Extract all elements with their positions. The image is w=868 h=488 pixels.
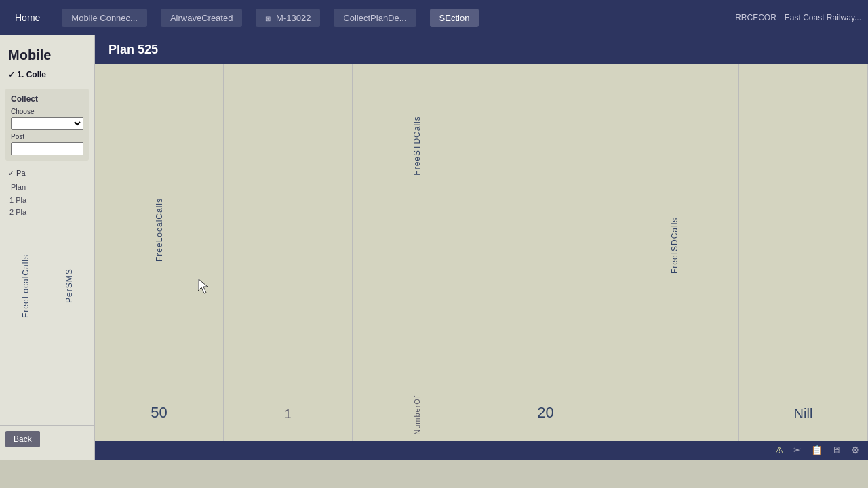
main-layout: Mobile ✓ 1. Colle Collect Choose Post ✓ … [0, 35, 868, 460]
post-input[interactable] [11, 142, 83, 155]
sidebar-bottom: Back [0, 425, 94, 453]
col2-value: 1 [284, 407, 291, 422]
sidebar-title: Mobile [0, 42, 94, 66]
col3-top-label: FreeSTDCalls [412, 69, 422, 222]
col-value-20: 20 [481, 64, 610, 441]
sidebar: Mobile ✓ 1. Colle Collect Choose Post ✓ … [0, 35, 95, 460]
monitor-icon: 🖥 [832, 445, 842, 455]
col-free-std-calls: FreeSTDCalls NumberOf [353, 64, 481, 441]
status-bar: ⚠ ✂ 📋 🖥 ⚙ [95, 441, 868, 460]
col-nill: Nill [739, 64, 868, 441]
sidebar-rotated-1: FreeLocalCalls [4, 225, 47, 347]
col5-top-label: FreeISDCalls [670, 69, 679, 422]
nav-right-info: RRCECOR East Coast Railway... [735, 13, 861, 22]
airwave-created-tab[interactable]: AirwaveCreated [161, 9, 243, 27]
col-blank-1: 1 [224, 64, 353, 441]
home-nav-item[interactable]: Home [7, 8, 48, 27]
plan-section[interactable]: ✓ Pa [0, 166, 94, 180]
gear-icon: ⚙ [851, 445, 860, 455]
collect-title: Collect [11, 94, 83, 104]
back-button[interactable]: Back [5, 431, 40, 447]
col3-bottom-label: NumberOf [413, 395, 421, 435]
plan-header: Plan 525 [95, 35, 868, 64]
collect-select[interactable] [11, 117, 83, 130]
railway-label: East Coast Railway... [785, 13, 861, 22]
sidebar-section-1[interactable]: ✓ 1. Colle [0, 66, 94, 83]
plan-label: Plan [0, 180, 94, 194]
col1-value: 50 [151, 404, 167, 422]
col-free-local-calls: FreeLocalCalls 50 [95, 64, 224, 441]
col6-value: Nill [794, 406, 813, 422]
grid-icon: ⊞ [265, 15, 271, 22]
content-area: Plan 525 FreeLocalCalls 50 1 FreeSTDCall… [95, 35, 868, 460]
mobile-connect-tab[interactable]: Mobile Connec... [62, 9, 147, 27]
choose-label: Choose [11, 108, 83, 115]
data-grid: FreeLocalCalls 50 1 FreeSTDCalls NumberO… [95, 64, 868, 441]
section-tab[interactable]: SEction [430, 9, 479, 27]
m13022-tab[interactable]: ⊞ M-13022 [256, 9, 320, 27]
collect-box: Collect Choose Post [5, 89, 89, 161]
warning-icon: ⚠ [775, 445, 784, 455]
plan-row-2[interactable]: 2 Pla [0, 206, 94, 218]
plan-row-1[interactable]: 1 Pla [0, 194, 94, 206]
sidebar-rotated-2: PerSMS [47, 225, 91, 347]
col4-value: 20 [537, 404, 553, 422]
clipboard-icon: 📋 [811, 445, 823, 455]
post-label: Post [11, 133, 83, 140]
col1-top-label: FreeLocalCalls [155, 69, 164, 390]
scissors-icon: ✂ [793, 445, 802, 455]
col-free-isd-calls: FreeISDCalls [610, 64, 739, 441]
rrcecor-label: RRCECOR [735, 13, 776, 22]
collect-plan-tab[interactable]: CollectPlanDe... [334, 9, 416, 27]
top-navigation: Home Mobile Connec... AirwaveCreated ⊞ M… [0, 0, 868, 35]
